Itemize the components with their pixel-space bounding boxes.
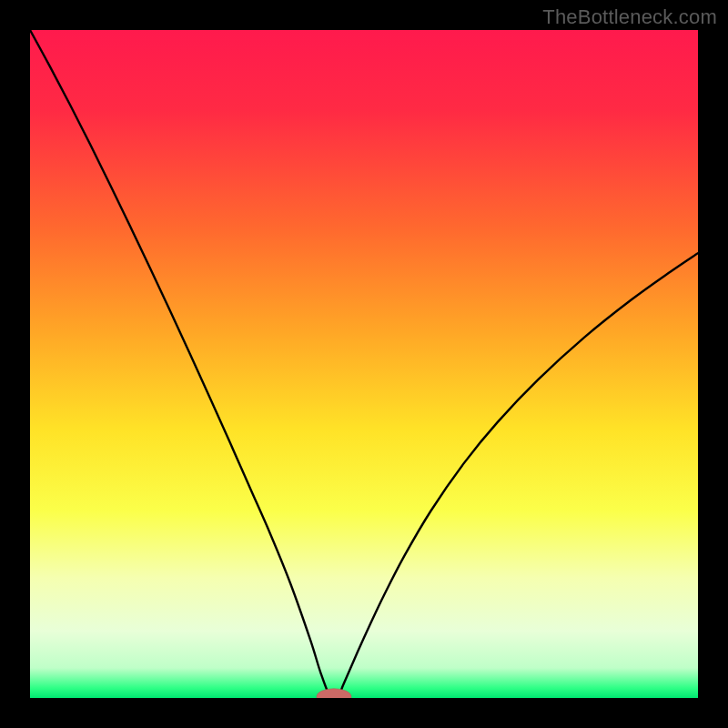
plot-area <box>30 30 698 698</box>
bottleneck-chart <box>30 30 698 698</box>
watermark-text: TheBottleneck.com <box>542 5 717 29</box>
gradient-background <box>30 30 698 698</box>
chart-frame: TheBottleneck.com <box>0 0 728 728</box>
